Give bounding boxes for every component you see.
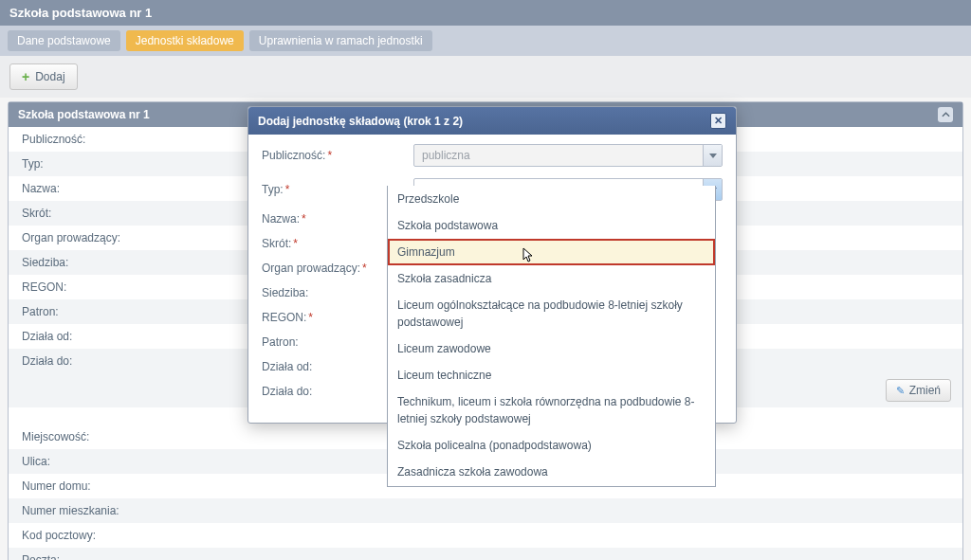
dropdown-option[interactable]: Zasadnicza szkoła zawodowa <box>388 459 715 485</box>
typ-dropdown-list[interactable]: Przedszkole Szkoła podstawowa Gimnazjum … <box>387 186 716 487</box>
required-mark: * <box>293 237 298 250</box>
modal-title: Dodaj jednostkę składową (krok 1 z 2) <box>258 115 463 128</box>
dropdown-option[interactable]: Szkoła policealna (ponadpodstawowa) <box>388 432 715 459</box>
dropdown-option[interactable]: Szkoła zasadnicza <box>388 265 715 292</box>
add-button[interactable]: + Dodaj <box>9 63 78 90</box>
publicznosc-select[interactable]: publiczna <box>413 144 723 167</box>
dropdown-trigger[interactable] <box>703 145 722 166</box>
field-label: Kod pocztowy: <box>9 523 962 548</box>
add-button-label: Dodaj <box>35 70 64 83</box>
dropdown-option[interactable]: Przedszkole <box>388 186 715 212</box>
label-text: Działa do: <box>262 385 312 398</box>
label-text: Działa od: <box>262 360 312 373</box>
main-header: Szkoła podstawowa nr 1 <box>0 0 971 26</box>
tabs-bar: Dane podstawowe Jednostki składowe Upraw… <box>0 26 971 56</box>
label-text: Patron: <box>262 335 299 349</box>
tab-dane-podstawowe[interactable]: Dane podstawowe <box>8 30 120 51</box>
dropdown-option[interactable]: Liceum zawodowe <box>388 335 715 362</box>
required-mark: * <box>308 311 313 324</box>
panel-title: Szkoła podstawowa nr 1 <box>18 108 150 121</box>
tab-jednostki-skladowe[interactable]: Jednostki składowe <box>126 30 244 51</box>
main-title: Szkoła podstawowa nr 1 <box>9 6 152 20</box>
form-label: Publiczność:* <box>262 149 413 162</box>
required-mark: * <box>327 149 332 162</box>
change-button[interactable]: ✎ Zmień <box>886 379 951 402</box>
chevron-up-icon <box>942 112 950 117</box>
label-text: Publiczność: <box>262 149 325 162</box>
pencil-icon: ✎ <box>896 385 905 397</box>
label-text: Typ: <box>262 183 284 196</box>
required-mark: * <box>302 212 306 226</box>
collapse-button[interactable] <box>938 107 953 122</box>
toolbar: + Dodaj <box>0 56 971 98</box>
select-value: publiczna <box>414 145 722 166</box>
dropdown-option[interactable]: Liceum techniczne <box>388 362 715 388</box>
dropdown-option[interactable]: Liceum ogólnokształcące <box>388 485 715 487</box>
plus-icon: + <box>22 69 29 84</box>
dropdown-option[interactable]: Liceum ogólnokształcące na podbudowie 8-… <box>388 292 715 335</box>
label-text: Organ prowadzący: <box>262 262 360 275</box>
dropdown-option[interactable]: Szkoła podstawowa <box>388 212 715 239</box>
form-row-publicznosc: Publiczność:* publiczna <box>262 144 723 167</box>
field-label: Poczta: <box>9 548 962 560</box>
close-icon: ✕ <box>714 115 723 127</box>
field-label: Numer mieszkania: <box>9 498 962 523</box>
label-text: REGON: <box>262 311 306 324</box>
required-mark: * <box>362 262 367 275</box>
dropdown-option-highlighted[interactable]: Gimnazjum <box>388 239 715 265</box>
chevron-down-icon <box>709 154 717 158</box>
dropdown-option[interactable]: Technikum, liceum i szkoła równorzędna n… <box>388 388 715 432</box>
label-text: Skrót: <box>262 237 291 250</box>
tab-uprawnienia[interactable]: Uprawnienia w ramach jednostki <box>249 30 432 51</box>
modal-close-button[interactable]: ✕ <box>710 113 726 129</box>
label-text: Siedziba: <box>262 286 308 299</box>
label-text: Nazwa: <box>262 212 300 226</box>
modal-header: Dodaj jednostkę składową (krok 1 z 2) ✕ <box>248 107 736 135</box>
change-label: Zmień <box>909 384 941 397</box>
required-mark: * <box>285 183 290 196</box>
